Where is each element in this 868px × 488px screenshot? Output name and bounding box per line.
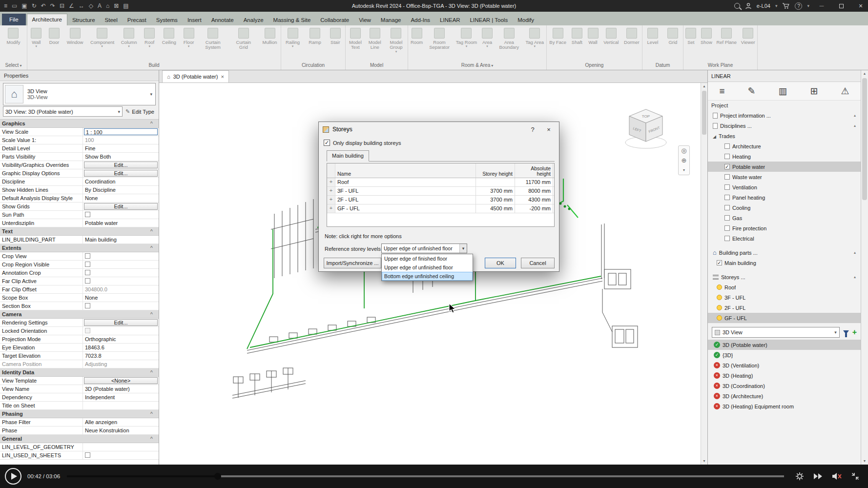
- prop-value[interactable]: Adjusting: [83, 360, 159, 368]
- default-3d-view-icon[interactable]: ⌂: [106, 0, 109, 12]
- ribbon-button-show[interactable]: Show: [700, 27, 713, 45]
- prop-section-text[interactable]: Text: [0, 227, 159, 236]
- trade-item-heating[interactable]: Heating: [708, 151, 861, 162]
- ribbon-button-tag-room[interactable]: Tag Room: [455, 27, 477, 48]
- ribbon-button-ref-plane[interactable]: Ref Plane: [716, 27, 737, 45]
- search-icon[interactable]: [734, 3, 740, 9]
- prop-section-camera[interactable]: Camera: [0, 310, 159, 319]
- ribbon-button-column[interactable]: Column: [121, 27, 138, 48]
- prop-checkbox[interactable]: [85, 270, 90, 275]
- reference-levels-dropdown[interactable]: Upper edge of unfinished floor: [381, 244, 467, 253]
- ribbon-button-by-face[interactable]: By Face: [549, 27, 567, 45]
- ribbon-button-ramp[interactable]: Ramp: [308, 27, 321, 45]
- prop-value[interactable]: Main building: [83, 236, 159, 244]
- prop-section-graphics[interactable]: Graphics: [0, 120, 159, 128]
- ribbon-button-curtain-grid[interactable]: Curtain Grid: [231, 27, 256, 51]
- warning-icon[interactable]: ⚠: [841, 85, 849, 97]
- canvas-scrollbar[interactable]: ▲ ▼: [701, 83, 707, 465]
- maximize-button[interactable]: [834, 0, 848, 12]
- prop-value[interactable]: 3D (Potable water): [83, 385, 159, 393]
- prop-value[interactable]: [83, 451, 159, 459]
- prop-edit-button[interactable]: <None>: [84, 377, 158, 384]
- ribbon-tab-analyze[interactable]: Analyze: [239, 14, 269, 25]
- ribbon-tab-linear-tools[interactable]: LINEAR | Tools: [465, 14, 513, 25]
- row-selector[interactable]: +: [327, 187, 335, 195]
- ribbon-button-shaft[interactable]: Shaft: [571, 27, 583, 45]
- prop-value[interactable]: [83, 327, 159, 335]
- ribbon-button-modify[interactable]: Modify: [6, 27, 21, 45]
- print-icon[interactable]: ⊟: [60, 0, 64, 12]
- trade-checkbox[interactable]: [724, 174, 730, 180]
- prop-checkbox[interactable]: [85, 452, 90, 458]
- trade-item-potable-water[interactable]: Potable water: [708, 162, 861, 172]
- navigation-bar[interactable]: ◎ ⊕: [678, 145, 690, 175]
- dialog-close-button[interactable]: ×: [542, 126, 555, 133]
- panel-scrollbar[interactable]: ▲ ▼: [861, 70, 868, 465]
- scrollbar-thumb[interactable]: [862, 78, 867, 200]
- prop-value[interactable]: Orthographic: [83, 335, 159, 343]
- ribbon-button-wall[interactable]: Wall: [587, 27, 599, 45]
- prop-value[interactable]: Edit...: [83, 169, 159, 177]
- storey-item-roof[interactable]: Roof: [708, 282, 861, 292]
- navbar-caret-icon[interactable]: [683, 167, 685, 173]
- ribbon-button-tag-area[interactable]: Tag Area: [525, 27, 545, 48]
- account-label[interactable]: e-L04: [757, 3, 770, 9]
- trade-checkbox[interactable]: [724, 154, 730, 159]
- prop-checkbox[interactable]: [85, 253, 90, 259]
- ribbon-button-roof[interactable]: Roof: [144, 27, 155, 48]
- trade-checkbox[interactable]: [724, 215, 730, 221]
- view-item-3d-coordination[interactable]: 3D (Coordination): [708, 381, 861, 391]
- import-synchronize-button[interactable]: Import/Synchronize ...: [324, 258, 381, 268]
- only-display-checkbox[interactable]: [324, 140, 330, 146]
- ribbon-tab-massing-site[interactable]: Massing & Site: [269, 14, 316, 25]
- ribbon-button-model-text[interactable]: Model Text: [346, 27, 365, 51]
- save-icon[interactable]: ▣: [21, 0, 27, 12]
- dropdown-option-upper-edge-of-finished-floor[interactable]: Upper edge of finished floor: [382, 254, 473, 263]
- prop-value[interactable]: By Discipline: [83, 186, 159, 194]
- exit-fullscreen-icon[interactable]: [849, 470, 861, 482]
- ribbon-button-curtain-system[interactable]: Curtain System: [201, 27, 225, 51]
- trade-item-panel-heating[interactable]: Panel heating: [708, 192, 861, 203]
- prop-value[interactable]: None: [83, 294, 159, 302]
- zoom-icon[interactable]: ⊕: [682, 157, 687, 163]
- prop-edit-button[interactable]: Edit...: [84, 203, 158, 210]
- ribbon-button-stair[interactable]: Stair: [330, 27, 341, 45]
- ribbon-button-wall[interactable]: Wall: [30, 27, 42, 48]
- view-item-3d-architecture[interactable]: 3D (Architecture): [708, 391, 861, 401]
- building-parts-header[interactable]: Building parts ...: [708, 247, 861, 258]
- trade-checkbox[interactable]: [724, 184, 730, 190]
- calculator-icon[interactable]: ⊞: [810, 85, 818, 97]
- trade-item-fire-protection[interactable]: Fire protection: [708, 223, 861, 233]
- view-tab[interactable]: 3D (Potable water) ×: [162, 70, 229, 82]
- expander-icon[interactable]: [713, 133, 716, 139]
- trade-checkbox[interactable]: [724, 225, 730, 231]
- storey-row-gf-ufl[interactable]: +GF - UFL4500 mm-200 mm: [327, 204, 554, 213]
- playback-speed-icon[interactable]: [812, 470, 824, 482]
- prop-value[interactable]: [83, 402, 159, 409]
- ribbon-button-room-separator[interactable]: Room Separator: [427, 27, 452, 51]
- view-selector-dropdown[interactable]: 3D View: 3D (Potable water): [3, 106, 123, 117]
- ok-button[interactable]: OK: [485, 258, 516, 268]
- trade-checkbox[interactable]: [724, 143, 730, 149]
- trade-checkbox[interactable]: [724, 205, 730, 210]
- prop-value[interactable]: 304800.0: [83, 285, 159, 293]
- ribbon-tab-view[interactable]: View: [354, 14, 376, 25]
- type-selector[interactable]: 3D View 3D-View: [3, 83, 156, 105]
- filter-icon[interactable]: [843, 330, 849, 334]
- prop-input[interactable]: 1 : 100: [84, 128, 158, 135]
- ribbon-tab-systems[interactable]: Systems: [151, 14, 183, 25]
- trade-item-ventilation[interactable]: Ventilation: [708, 182, 861, 192]
- close-button[interactable]: [853, 0, 868, 12]
- dialog-title-bar[interactable]: Storeys ? ×: [319, 122, 559, 137]
- prop-value[interactable]: Edit...: [83, 319, 159, 326]
- ribbon-button-area-boundary[interactable]: Area Boundary: [497, 27, 521, 51]
- prop-section-identity-data[interactable]: Identity Data: [0, 368, 159, 377]
- ribbon-button-room[interactable]: Room: [410, 27, 423, 45]
- dropdown-caret-icon[interactable]: [459, 244, 467, 253]
- cart-icon[interactable]: [782, 2, 790, 9]
- prop-section-general[interactable]: General: [0, 435, 159, 443]
- prop-value[interactable]: 1 : 100: [83, 128, 159, 136]
- trade-checkbox[interactable]: [724, 195, 730, 200]
- prop-section-phasing[interactable]: Phasing: [0, 410, 159, 418]
- prop-value[interactable]: Show Both: [83, 153, 159, 161]
